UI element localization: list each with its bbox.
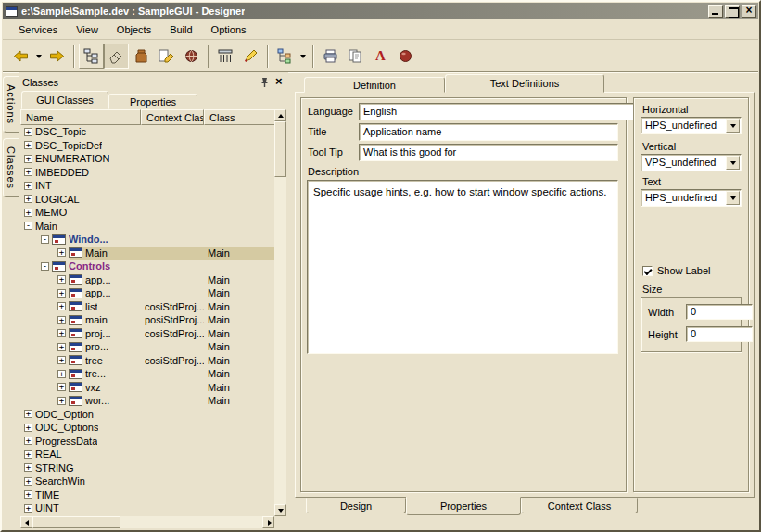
tree-row[interactable]: +MEMO xyxy=(20,206,274,220)
tree-row[interactable]: +ENUMERATION xyxy=(20,152,274,166)
expand-icon[interactable]: + xyxy=(24,410,32,418)
tooltip-input[interactable]: What is this good for xyxy=(359,144,618,161)
horizontal-scrollbar[interactable] xyxy=(20,516,274,528)
expand-icon[interactable]: + xyxy=(24,424,32,432)
tree-row[interactable]: +TIME xyxy=(20,488,274,502)
tree-row[interactable]: +DSC_Topic xyxy=(20,125,274,139)
tree-row[interactable]: +wor...Main xyxy=(20,394,274,408)
tree-row[interactable]: +STRING xyxy=(20,462,274,475)
maximize-button[interactable] xyxy=(725,5,740,18)
print-button[interactable] xyxy=(318,44,343,69)
tree-row[interactable]: +IMBEDDED xyxy=(20,166,274,180)
horizontal-select[interactable]: HPS_undefined xyxy=(641,117,742,134)
expand-icon[interactable]: + xyxy=(57,397,66,405)
menu-item-objects[interactable]: Objects xyxy=(108,22,159,37)
class-tree-button[interactable] xyxy=(273,44,298,69)
font-button[interactable]: A xyxy=(368,44,393,69)
expand-icon[interactable]: + xyxy=(57,289,66,298)
tree-row[interactable]: -Main xyxy=(20,220,274,234)
tree-row[interactable]: +tre...Main xyxy=(20,367,274,381)
expand-icon[interactable]: + xyxy=(57,356,66,364)
expand-icon[interactable]: + xyxy=(24,155,32,163)
expand-icon[interactable]: + xyxy=(57,316,66,324)
tree-row[interactable]: +app...Main xyxy=(20,286,274,300)
tab-design[interactable]: Design xyxy=(306,498,406,513)
panel-close-icon[interactable] xyxy=(274,77,285,88)
tree-row[interactable]: +DSC_TopicDef xyxy=(20,139,274,153)
tab-properties[interactable]: Properties xyxy=(406,497,521,515)
expand-icon[interactable]: + xyxy=(24,182,32,190)
back-dropdown-button[interactable] xyxy=(33,44,44,69)
expand-icon[interactable]: + xyxy=(24,168,32,176)
close-button[interactable] xyxy=(742,5,756,18)
horizontal-scroll-thumb[interactable] xyxy=(32,516,120,528)
dropdown-arrow-icon[interactable] xyxy=(726,191,740,205)
tree-row[interactable]: +pro...Main xyxy=(20,340,274,354)
dropdown-arrow-icon[interactable] xyxy=(726,119,740,133)
expand-icon[interactable]: + xyxy=(57,302,66,310)
column-header-context-class[interactable]: Context Class xyxy=(141,109,204,125)
tree-row[interactable]: +ProgressData xyxy=(20,435,274,449)
tab-definition[interactable]: Definition xyxy=(304,77,445,93)
collapse-icon[interactable]: - xyxy=(24,222,32,230)
tree-row[interactable]: +LOGICAL xyxy=(20,193,274,207)
edit-note-button[interactable] xyxy=(154,44,179,69)
column-header-class[interactable]: Class xyxy=(204,109,276,125)
scroll-up-icon[interactable] xyxy=(274,109,286,121)
expand-icon[interactable]: + xyxy=(24,490,32,499)
tab-context-class[interactable]: Context Class xyxy=(521,498,638,513)
expand-icon[interactable]: + xyxy=(57,383,66,391)
expand-icon[interactable]: + xyxy=(24,209,32,217)
scroll-down-icon[interactable] xyxy=(274,504,286,516)
tab-properties[interactable]: Properties xyxy=(108,94,197,109)
scroll-right-icon[interactable] xyxy=(262,516,274,528)
tree-row[interactable]: +ODC_Options xyxy=(20,421,274,435)
vertical-scroll-thumb[interactable] xyxy=(274,121,286,177)
height-input[interactable]: 0 xyxy=(686,326,753,342)
expand-icon[interactable]: + xyxy=(24,450,32,459)
width-input[interactable]: 0 xyxy=(686,304,753,320)
menu-item-services[interactable]: Services xyxy=(10,22,66,37)
side-tab-actions[interactable]: Actions xyxy=(3,76,19,133)
side-tab-classes[interactable]: Classes xyxy=(3,138,19,197)
expand-icon[interactable]: + xyxy=(57,329,66,337)
menu-item-build[interactable]: Build xyxy=(161,22,200,37)
expand-icon[interactable]: + xyxy=(57,248,66,257)
expand-icon[interactable]: + xyxy=(24,437,32,445)
package-button[interactable] xyxy=(129,44,154,69)
columns-button[interactable] xyxy=(213,44,238,69)
tab-gui-classes[interactable]: GUI Classes xyxy=(21,91,108,109)
minimize-button[interactable] xyxy=(708,5,723,18)
tree-row[interactable]: +app...Main xyxy=(20,273,274,287)
text-select[interactable]: HPS_undefined xyxy=(641,189,742,207)
expand-icon[interactable]: + xyxy=(57,275,66,284)
tree-row[interactable]: +INT xyxy=(20,179,274,193)
expand-icon[interactable]: + xyxy=(24,504,32,513)
tree-row[interactable]: +listcosiStdProj...Main xyxy=(20,300,274,314)
tree-row[interactable]: -Windo... xyxy=(20,233,274,247)
tree-row[interactable]: +ODC_Option xyxy=(20,408,274,422)
tree-row[interactable]: +MainMain xyxy=(20,247,274,260)
tree-row[interactable]: +vxzMain xyxy=(20,381,274,395)
menu-item-view[interactable]: View xyxy=(68,22,107,37)
menu-item-options[interactable]: Options xyxy=(203,22,255,37)
title-input[interactable]: Application name xyxy=(359,123,618,141)
collapse-icon[interactable]: - xyxy=(41,235,49,244)
tree-row[interactable]: +REAL xyxy=(20,448,274,462)
class-tree-dropdown-button[interactable] xyxy=(298,44,309,69)
vertical-scrollbar[interactable] xyxy=(274,109,286,516)
vertical-select[interactable]: VPS_undefined xyxy=(641,154,742,171)
description-textarea[interactable]: Specific usage hints, e.g. how to start … xyxy=(307,180,618,354)
info-button[interactable] xyxy=(393,44,418,69)
copy-button[interactable] xyxy=(343,44,368,69)
back-button[interactable] xyxy=(8,44,33,69)
tree-row[interactable]: -Controls xyxy=(20,260,274,273)
globe-button[interactable] xyxy=(179,44,204,69)
column-header-name[interactable]: Name xyxy=(20,109,141,125)
dropdown-arrow-icon[interactable] xyxy=(726,156,740,170)
tree-row[interactable]: +SearchWin xyxy=(20,475,274,488)
expand-icon[interactable]: + xyxy=(24,477,32,486)
pin-icon[interactable] xyxy=(259,77,270,88)
checkbox-checked-icon[interactable] xyxy=(642,266,653,276)
hierarchy-button[interactable] xyxy=(79,44,104,69)
